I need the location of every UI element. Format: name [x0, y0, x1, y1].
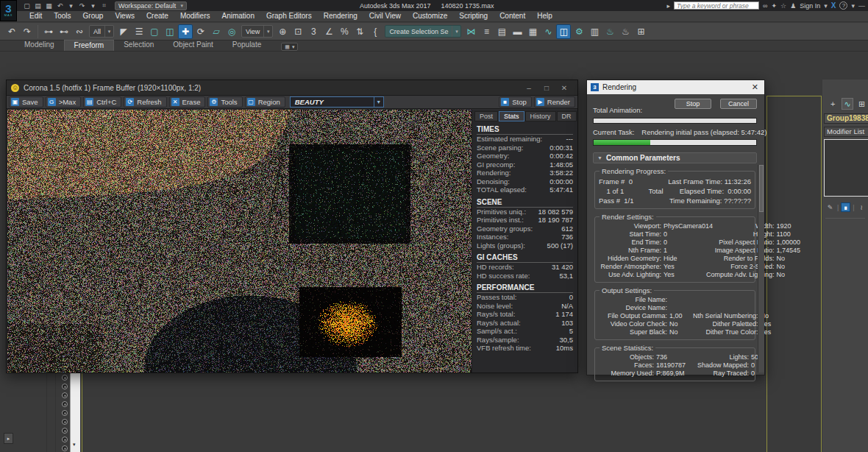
eye-icon[interactable] [62, 392, 68, 398]
channel-selector-dropdown[interactable]: BEAUTY ▼ [290, 96, 384, 107]
scrollbar-thumb[interactable] [759, 165, 764, 212]
eye-icon[interactable] [62, 384, 68, 389]
region-button[interactable]: ▢ Region [245, 96, 285, 107]
rendered-frame-window-icon[interactable]: ▥ [587, 24, 602, 39]
vfb-title-bar[interactable]: ☺ Corona 1.5 (hotfix 1) Frame Buffer (19… [7, 80, 577, 96]
menu-item[interactable]: Scripting [453, 11, 494, 21]
tab-modeling[interactable]: Modeling [15, 40, 64, 51]
tools-button[interactable]: ⚙ Tools [207, 96, 242, 107]
window-crossing-toggle-icon[interactable]: ◫ [163, 24, 177, 39]
menu-item[interactable]: Animation [216, 11, 260, 21]
select-and-move-icon[interactable]: ✚ [178, 24, 193, 39]
lock-stack-icon[interactable]: ∎ [841, 202, 850, 212]
tab-freeform[interactable]: Freeform [64, 40, 115, 51]
eye-icon[interactable] [62, 445, 68, 451]
material-editor-icon[interactable]: ◫ [556, 24, 571, 39]
menu-item[interactable]: Graph Editors [260, 11, 318, 21]
modify-tab-icon[interactable]: ∿ [842, 98, 854, 110]
render-iterative-icon[interactable]: ♨ [618, 24, 633, 39]
cancel-button[interactable]: Cancel [720, 99, 757, 109]
erase-button[interactable]: ✕ Erase [169, 96, 206, 107]
select-and-uniform-scale-icon[interactable]: ▱ [209, 24, 224, 39]
communication-center-icon[interactable]: ✦ [772, 2, 778, 10]
state-sets-grid-icon[interactable]: ⊞ [633, 24, 648, 39]
chevron-down-icon[interactable]: ▾ [851, 2, 855, 10]
schematic-view-icon[interactable]: ∿ [541, 24, 555, 39]
modifier-stack[interactable] [824, 139, 868, 197]
rectangular-selection-region-icon[interactable]: ▢ [147, 24, 162, 39]
selection-filter-dropdown[interactable]: All ▾ [89, 25, 114, 38]
pin-stack-icon[interactable]: ✎ [825, 202, 835, 212]
minimize-button[interactable]: — [858, 2, 865, 10]
undo-dropdown-icon[interactable]: ▾ [66, 1, 76, 10]
select-and-place-icon[interactable]: ◎ [224, 24, 239, 39]
vfb-stop-button[interactable]: ■ Stop [499, 96, 532, 107]
eye-icon[interactable] [62, 419, 68, 425]
toggle-layer-explorer-icon[interactable]: ▤ [494, 24, 509, 39]
create-tab-icon[interactable]: + [827, 98, 839, 110]
project-folder-icon[interactable]: ⌗ [99, 1, 109, 10]
eye-icon[interactable] [62, 401, 68, 407]
search-expand-icon[interactable]: ▸ [667, 2, 671, 10]
eye-icon[interactable] [62, 428, 68, 434]
snap-toggle-3d-icon[interactable]: 3 [306, 24, 321, 39]
redo-icon[interactable]: ↷ [77, 1, 87, 10]
binoculars-icon[interactable]: ∞ [763, 2, 767, 10]
curve-editor-icon[interactable]: ▦ [525, 24, 540, 39]
menu-item[interactable]: Civil View [363, 11, 407, 21]
toggle-ribbon-icon[interactable]: ▬ [510, 24, 524, 39]
favorites-star-icon[interactable]: ☆ [780, 2, 786, 10]
menu-item[interactable]: Help [531, 11, 558, 21]
autodesk-exchange-icon[interactable]: X [831, 1, 836, 10]
vfb-render-button[interactable]: ▶ Render [534, 96, 575, 107]
eye-icon[interactable] [62, 437, 68, 442]
edit-named-selection-sets-icon[interactable]: { [368, 24, 383, 39]
select-and-rotate-icon[interactable]: ⟳ [193, 24, 208, 39]
tab-populate[interactable]: Populate [223, 40, 271, 51]
ribbon-config-dropdown[interactable]: ▦ ▾ [281, 43, 298, 51]
angle-snap-toggle-icon[interactable]: ∠ [321, 24, 336, 39]
redo-dropdown-icon[interactable]: ▾ [88, 1, 98, 10]
render-production-icon[interactable]: ♨ [602, 24, 617, 39]
sign-in-link[interactable]: Sign In [800, 2, 820, 10]
vfb-minimize-button[interactable]: – [520, 84, 538, 92]
vfb-tab-post[interactable]: Post [474, 111, 498, 121]
menu-item[interactable]: Customize [407, 11, 453, 21]
hierarchy-tab-icon[interactable]: ⊞ [855, 98, 868, 110]
select-object-icon[interactable]: ◤ [116, 24, 131, 39]
select-by-name-icon[interactable]: ☰ [132, 24, 146, 39]
menu-item[interactable]: Rendering [318, 11, 363, 21]
undo-icon[interactable]: ↶ [4, 24, 19, 39]
menu-item[interactable]: Content [494, 11, 531, 21]
search-input[interactable] [674, 1, 759, 10]
configure-modifier-sets-icon[interactable]: ≀ [857, 202, 867, 212]
modifier-list-dropdown[interactable]: Modifier List [824, 127, 868, 137]
panel-expand-button[interactable]: ▸ [4, 433, 13, 444]
menu-item[interactable]: Create [140, 11, 174, 21]
object-name-field[interactable]: Group1983821 [824, 113, 868, 124]
dialog-title-bar[interactable]: 3 Rendering ✕ [587, 80, 764, 94]
save-button[interactable]: ▣ Save [9, 96, 43, 107]
menu-item[interactable]: Views [109, 11, 140, 21]
open-file-icon[interactable]: ▤ [33, 1, 43, 10]
menu-item[interactable]: Edit [24, 11, 48, 21]
mirror-icon[interactable]: ⋈ [463, 24, 478, 39]
help-icon[interactable]: ? [839, 1, 847, 10]
new-scene-icon[interactable]: ▢ [22, 1, 32, 10]
spinner-snap-toggle-icon[interactable]: ⇅ [352, 24, 367, 39]
tab-object-paint[interactable]: Object Paint [163, 40, 222, 51]
vfb-tab-dr[interactable]: DR [557, 111, 577, 121]
refresh-button[interactable]: ⟳ Refresh [124, 96, 166, 107]
reference-coordinate-dropdown[interactable]: View ▾ [241, 25, 273, 38]
tab-selection[interactable]: Selection [114, 40, 163, 51]
chevron-down-icon[interactable]: ▾ [824, 2, 828, 10]
3ds-max-logo[interactable]: 3 MAX [0, 0, 17, 21]
use-pivot-point-center-icon[interactable]: ⊕ [275, 24, 290, 39]
workspace-dropdown[interactable]: Workspace: Default ▾ [115, 1, 187, 10]
stop-button[interactable]: Stop [675, 99, 711, 109]
align-icon[interactable]: ≡ [479, 24, 494, 39]
bind-to-space-warp-icon[interactable]: ∾ [72, 24, 87, 39]
eye-icon[interactable] [62, 375, 68, 381]
render-setup-icon[interactable]: ⚙ [572, 24, 586, 39]
menu-item[interactable]: Tools [48, 11, 77, 21]
